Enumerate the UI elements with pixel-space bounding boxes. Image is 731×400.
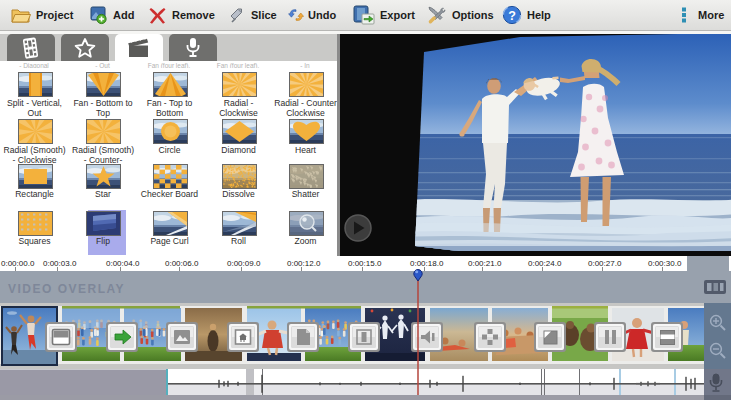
svg-text:?: ? [508, 9, 516, 23]
